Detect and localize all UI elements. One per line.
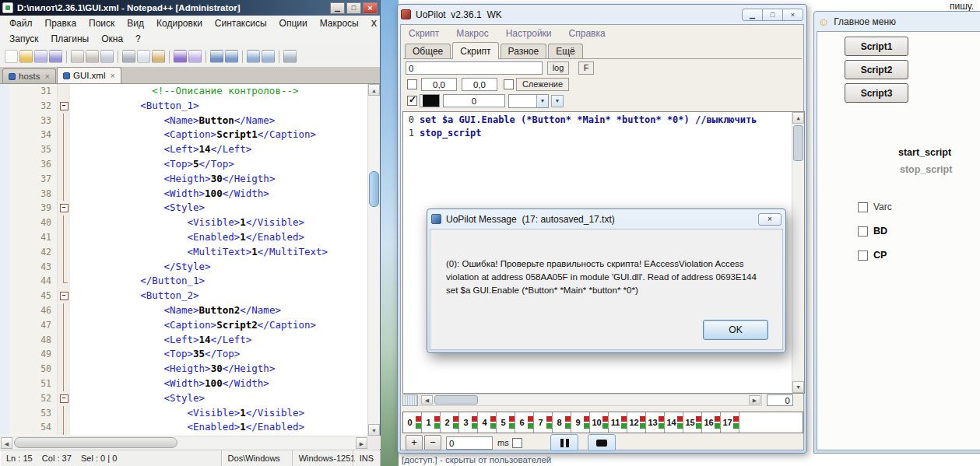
record-slot[interactable]: 0	[403, 412, 422, 433]
menu-item[interactable]: Скрипт	[409, 28, 439, 39]
copy-icon[interactable]	[137, 50, 150, 63]
ok-button[interactable]: OK	[703, 320, 768, 340]
record-slot[interactable]: 17	[721, 412, 739, 433]
menu-item[interactable]: Поиск	[83, 16, 121, 30]
tab-close-icon[interactable]: ×	[45, 72, 50, 80]
menu-item[interactable]: Макросы	[314, 16, 365, 30]
open-folder-icon[interactable]	[19, 50, 33, 63]
xml-editor[interactable]: 31<!--Описание контролов-->32<Button_1>3…	[0, 84, 368, 436]
checkbox[interactable]	[512, 438, 522, 448]
script-button[interactable]: Script3	[845, 83, 908, 103]
close-all-icon[interactable]	[86, 50, 99, 63]
scroll-left-icon[interactable]: ◀	[421, 395, 433, 405]
scroll-down-icon[interactable]: ▼	[368, 424, 380, 436]
tracking-button[interactable]: Слежение	[516, 78, 569, 91]
script-button[interactable]: Script2	[845, 60, 908, 79]
record-slot[interactable]: 11	[609, 412, 627, 433]
script-button[interactable]: Script1	[845, 37, 908, 56]
menu-item[interactable]: Синтаксисы	[209, 16, 273, 30]
menu-item[interactable]: Настройки	[506, 28, 552, 39]
tab-скрипт[interactable]: Скрипт	[452, 42, 498, 59]
scroll-value-field[interactable]	[767, 394, 793, 406]
scroll-up-icon[interactable]: ▲	[792, 112, 804, 124]
zoom-in-icon[interactable]	[247, 50, 260, 63]
f-toggle-button[interactable]: F	[578, 61, 594, 75]
checkbox[interactable]	[407, 79, 417, 89]
scrollbar-thumb[interactable]	[434, 395, 478, 405]
close-button[interactable]: ×	[758, 213, 782, 226]
tab-ещё[interactable]: Ещё	[548, 44, 583, 58]
scroll-right-icon[interactable]: ▶	[356, 437, 367, 449]
print-icon[interactable]	[100, 50, 114, 63]
menu-item[interactable]: Окна	[95, 32, 129, 46]
zoom-out-icon[interactable]	[262, 50, 275, 63]
record-slot[interactable]: 8	[553, 412, 571, 433]
menu-item[interactable]: Запуск	[3, 32, 45, 46]
menu-item[interactable]: Опции	[273, 16, 314, 30]
value-field[interactable]	[443, 94, 505, 107]
resize-grip[interactable]	[402, 394, 418, 406]
record-slot[interactable]: 1	[422, 412, 441, 433]
tab-close-icon[interactable]: ×	[110, 72, 114, 79]
close-button[interactable]: ×	[782, 9, 803, 21]
save-icon[interactable]	[34, 50, 47, 63]
log-button[interactable]: log	[547, 61, 569, 75]
color-preview-box[interactable]	[420, 94, 440, 107]
tab-разное[interactable]: Разное	[501, 44, 547, 58]
record-slot[interactable]: 2	[441, 412, 459, 433]
checkbox-checked[interactable]	[407, 96, 417, 106]
scroll-up-icon[interactable]: ▲	[368, 84, 380, 96]
script-vertical-scrollbar[interactable]: ▲ ▼	[792, 112, 804, 393]
find-icon[interactable]	[210, 50, 223, 63]
record-slot[interactable]: 9	[571, 412, 590, 433]
editor-horizontal-scrollbar[interactable]: ◀ ▶	[0, 436, 368, 449]
new-file-icon[interactable]	[5, 50, 18, 63]
chevron-down-icon[interactable]: ▼	[536, 95, 548, 107]
record-slot[interactable]: 5	[497, 412, 515, 433]
scroll-down-icon[interactable]: ▼	[792, 381, 804, 393]
record-slot[interactable]: 14	[665, 412, 683, 433]
minimize-button[interactable]: ▁	[330, 2, 345, 14]
cut-icon[interactable]	[122, 50, 135, 63]
remove-button[interactable]: −	[424, 435, 441, 450]
close-button[interactable]: ×	[363, 2, 378, 14]
record-slot[interactable]: 4	[478, 412, 497, 433]
menu-item[interactable]: Справка	[569, 28, 606, 39]
dropdown-select[interactable]: ▼	[508, 94, 549, 108]
scrollbar-thumb[interactable]	[793, 125, 803, 161]
stop-script-label[interactable]: stop_script	[900, 164, 952, 175]
tab-gui.xml[interactable]: GUI.xml×	[57, 67, 121, 83]
menu-item[interactable]: Макрос	[456, 28, 488, 39]
add-button[interactable]: +	[406, 435, 423, 450]
script-horizontal-scrollbar[interactable]: ◀ ▶	[420, 394, 762, 406]
menu-item[interactable]: ?	[129, 32, 147, 46]
scrollbar-thumb[interactable]	[14, 437, 177, 448]
menu-close-document-button[interactable]: X	[365, 19, 383, 28]
save-all-icon[interactable]	[49, 50, 62, 63]
record-slot[interactable]: 13	[646, 412, 665, 433]
replace-icon[interactable]	[225, 50, 238, 63]
paste-icon[interactable]	[152, 50, 165, 63]
menu-item[interactable]: Плагины	[45, 32, 96, 46]
maximize-button[interactable]: □	[762, 9, 783, 21]
record-slot[interactable]: 15	[683, 412, 702, 433]
record-slot[interactable]: 12	[627, 412, 646, 433]
menu-item[interactable]: Вид	[121, 16, 150, 30]
checkbox[interactable]	[858, 251, 868, 261]
fold-toggle-icon[interactable]	[58, 289, 70, 303]
undo-icon[interactable]	[174, 50, 187, 63]
tab-hosts[interactable]: hosts×	[2, 68, 56, 83]
fold-toggle-icon[interactable]	[58, 201, 70, 215]
redo-icon[interactable]	[188, 50, 202, 63]
checkbox[interactable]	[504, 79, 514, 89]
editor-vertical-scrollbar[interactable]: ▲ ▼	[367, 84, 380, 436]
menu-item[interactable]: Кодировки	[150, 16, 209, 30]
tab-общее[interactable]: Общее	[405, 44, 451, 58]
record-slot[interactable]: 16	[702, 412, 721, 433]
scrollbar-thumb[interactable]	[369, 171, 379, 207]
scroll-left-icon[interactable]: ◀	[1, 437, 12, 449]
menu-item[interactable]: Файл	[3, 16, 39, 30]
checkbox[interactable]	[858, 226, 868, 237]
record-slot[interactable]: 10	[590, 412, 609, 433]
record-slot[interactable]: 3	[459, 412, 478, 433]
